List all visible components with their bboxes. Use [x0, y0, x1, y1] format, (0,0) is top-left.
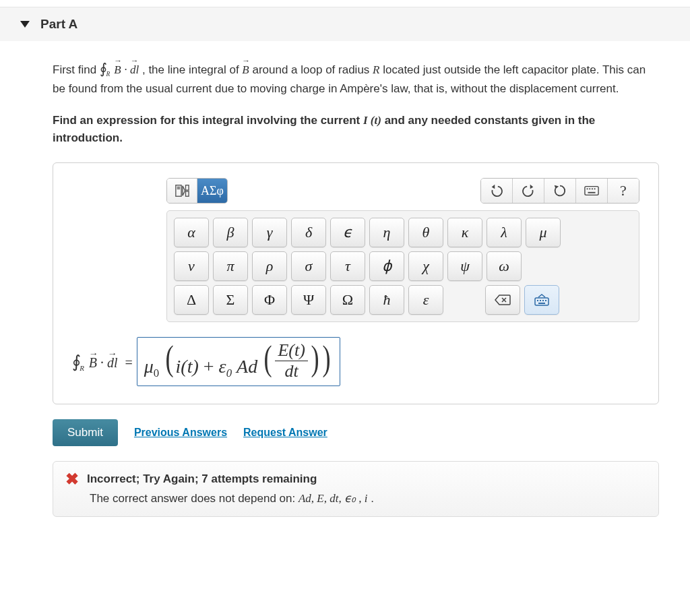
- B-vector-2: B: [242, 61, 249, 79]
- svg-rect-9: [588, 192, 596, 193]
- greek-key-ν[interactable]: ν: [174, 251, 209, 281]
- greek-key-τ[interactable]: τ: [330, 251, 365, 281]
- problem-statement: First find ∮R B · dl , the line integral…: [53, 59, 659, 97]
- redo-button[interactable]: [513, 179, 544, 203]
- greek-key-Σ[interactable]: Σ: [213, 285, 248, 315]
- svg-rect-12: [540, 300, 541, 301]
- help-button[interactable]: ?: [608, 179, 639, 203]
- greek-key-γ[interactable]: γ: [252, 218, 287, 247]
- greek-key-δ[interactable]: δ: [291, 218, 326, 247]
- svg-rect-13: [542, 300, 544, 301]
- svg-rect-6: [589, 189, 590, 190]
- greek-row-3: ΔΣΦΨΩħε: [174, 285, 632, 315]
- greek-key-ρ[interactable]: ρ: [252, 251, 287, 281]
- greek-keyboard: αβγδϵηθκλμ νπρστϕχψω ΔΣΦΨΩħε: [166, 210, 639, 322]
- editor-toolbar: ΑΣφ: [166, 178, 639, 204]
- I-of-t: I (t): [363, 114, 381, 127]
- greek-key-χ[interactable]: χ: [408, 251, 443, 281]
- greek-key-λ[interactable]: λ: [487, 218, 522, 247]
- reset-button[interactable]: [544, 179, 576, 203]
- undo-button[interactable]: [481, 179, 513, 203]
- greek-key-α[interactable]: α: [174, 218, 209, 247]
- undo-icon: [489, 183, 504, 198]
- greek-key-ε[interactable]: ε: [408, 285, 443, 315]
- greek-key-σ[interactable]: σ: [291, 251, 326, 281]
- svg-rect-2: [186, 185, 189, 190]
- svg-rect-4: [585, 187, 598, 195]
- svg-rect-8: [594, 189, 596, 190]
- svg-rect-15: [538, 303, 545, 304]
- svg-rect-10: [535, 298, 548, 305]
- feedback-line1: Incorrect; Try Again; 7 attempts remaini…: [87, 472, 317, 486]
- text: First find: [53, 63, 100, 76]
- dl-vector: dl: [130, 61, 139, 79]
- submit-button[interactable]: Submit: [53, 419, 118, 446]
- chevron-down-icon: [20, 21, 30, 28]
- previous-answers-link[interactable]: Previous Answers: [134, 427, 227, 439]
- redo-icon: [521, 183, 536, 198]
- svg-rect-14: [545, 300, 546, 301]
- svg-rect-11: [537, 300, 538, 301]
- greek-key-θ[interactable]: θ: [408, 218, 443, 247]
- keyboard-button[interactable]: [576, 179, 608, 203]
- templates-toggle[interactable]: [167, 179, 197, 203]
- collapse-keyboard-icon: [534, 293, 550, 307]
- request-answer-link[interactable]: Request Answer: [243, 427, 327, 439]
- keyboard-icon: [584, 183, 599, 198]
- greek-key-ħ[interactable]: ħ: [369, 285, 404, 315]
- B-vector: B: [114, 61, 121, 79]
- greek-key-ω[interactable]: ω: [487, 251, 522, 281]
- svg-rect-5: [587, 189, 588, 190]
- part-header[interactable]: Part A: [0, 7, 690, 41]
- actions-row: Submit Previous Answers Request Answer: [53, 419, 659, 446]
- greek-key-μ[interactable]: μ: [526, 218, 561, 247]
- backspace-icon: [495, 295, 511, 305]
- greek-key-ϕ[interactable]: ϕ: [369, 251, 404, 281]
- templates-icon: [175, 183, 189, 198]
- greek-toggle[interactable]: ΑΣφ: [197, 179, 227, 203]
- answer-input[interactable]: μ0 ( i(t) + ε0 Ad ( E(t) dt: [137, 337, 340, 386]
- greek-key-Ψ[interactable]: Ψ: [291, 285, 326, 315]
- instruction: Find an expression for this integral inv…: [53, 112, 659, 146]
- collapse-keyboard-key[interactable]: [524, 285, 559, 315]
- greek-key-π[interactable]: π: [213, 251, 248, 281]
- feedback-box: ✖ Incorrect; Try Again; 7 attempts remai…: [53, 461, 659, 517]
- R-var: R: [373, 63, 379, 76]
- text: Find an expression for this integral inv…: [53, 114, 363, 127]
- backspace-key[interactable]: [485, 285, 520, 315]
- greek-key-β[interactable]: β: [213, 218, 248, 247]
- greek-key-Δ[interactable]: Δ: [174, 285, 209, 315]
- reset-icon: [553, 183, 567, 198]
- greek-key-ϵ[interactable]: ϵ: [330, 218, 365, 247]
- greek-key-κ[interactable]: κ: [447, 218, 482, 247]
- oint-expr: ∮R: [100, 59, 111, 80]
- greek-key-Ω[interactable]: Ω: [330, 285, 365, 315]
- greek-key-η[interactable]: η: [369, 218, 404, 247]
- part-label: Part A: [40, 17, 77, 32]
- greek-row-1: αβγδϵηθκλμ: [174, 218, 632, 247]
- greek-row-2: νπρστϕχψω: [174, 251, 632, 281]
- incorrect-icon: ✖: [65, 471, 79, 487]
- svg-rect-7: [592, 189, 593, 190]
- feedback-line2: The correct answer does not depend on: A…: [90, 491, 646, 505]
- answer-line: ∮R B · dl = μ0 ( i(t) + ε0 Ad (: [72, 337, 639, 386]
- svg-rect-1: [177, 187, 181, 190]
- greek-toggle-label: ΑΣφ: [201, 184, 224, 198]
- greek-key-ψ[interactable]: ψ: [447, 251, 482, 281]
- text: , the line integral of: [142, 63, 242, 76]
- answer-lhs: ∮R B · dl =: [72, 352, 137, 371]
- svg-rect-3: [186, 191, 189, 196]
- text: around a loop of radius: [252, 63, 373, 76]
- answer-editor: ΑΣφ: [53, 162, 659, 404]
- greek-key-Φ[interactable]: Φ: [252, 285, 287, 315]
